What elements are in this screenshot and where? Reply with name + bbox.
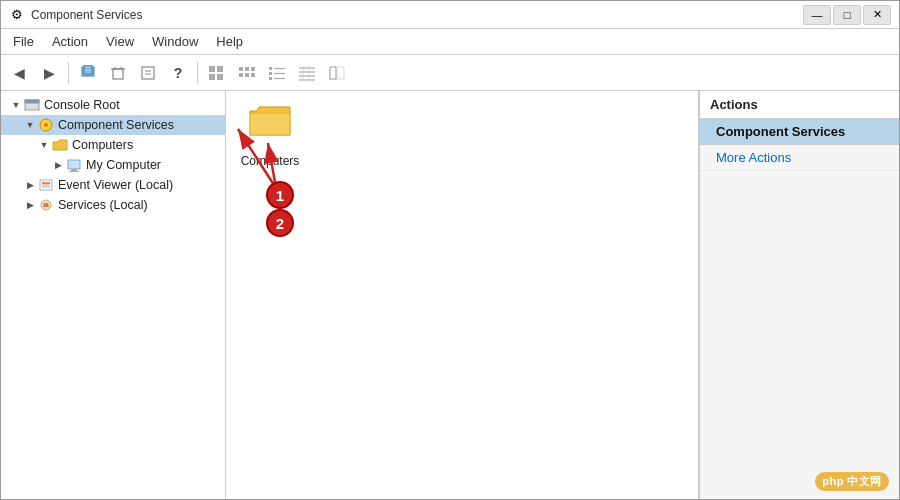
- computers-content-item[interactable]: Computers: [234, 99, 306, 174]
- show-hide-button[interactable]: [323, 60, 351, 86]
- computers-folder-icon: [51, 137, 69, 153]
- svg-rect-18: [251, 73, 255, 77]
- detail-view-button[interactable]: [293, 60, 321, 86]
- svg-rect-2: [113, 69, 123, 79]
- my-computer-icon: [65, 157, 83, 173]
- svg-point-36: [44, 123, 48, 127]
- title-bar-text: Component Services: [31, 8, 803, 22]
- svg-rect-19: [269, 67, 272, 70]
- svg-rect-32: [337, 67, 344, 79]
- list-view-icon: [268, 65, 286, 81]
- menu-help[interactable]: Help: [208, 31, 251, 52]
- component-services-icon: [37, 117, 55, 133]
- actions-pane: Actions Component Services More Actions: [699, 91, 899, 499]
- menu-bar: File Action View Window Help: [1, 29, 899, 55]
- up-button[interactable]: [74, 60, 102, 86]
- sidebar-item-computers[interactable]: ▼ Computers: [1, 135, 225, 155]
- computers-content-label: Computers: [241, 154, 300, 168]
- title-bar: ⚙ Component Services — □ ✕: [1, 1, 899, 29]
- services-local-label: Services (Local): [58, 198, 148, 212]
- svg-rect-39: [69, 171, 79, 172]
- show-hide-icon: [328, 65, 346, 81]
- sidebar-item-component-services[interactable]: ▼ Component Services: [1, 115, 225, 135]
- delete-button[interactable]: [104, 60, 132, 86]
- content-pane: Computers 1 2: [226, 91, 698, 499]
- watermark: php 中文网: [815, 472, 889, 491]
- expand-icon: ▼: [9, 100, 23, 110]
- svg-rect-31: [330, 67, 336, 79]
- svg-rect-38: [71, 169, 77, 171]
- svg-rect-37: [68, 160, 80, 169]
- svg-rect-1: [84, 65, 92, 74]
- actions-more-actions[interactable]: More Actions: [700, 145, 899, 171]
- services-local-icon: [37, 197, 55, 213]
- toolbar-sep-2: [197, 62, 198, 84]
- app-icon: ⚙: [9, 7, 25, 23]
- svg-rect-15: [251, 67, 255, 71]
- actions-header: Actions: [700, 91, 899, 119]
- close-button[interactable]: ✕: [863, 5, 891, 25]
- toolbar: ◀ ▶ ?: [1, 55, 899, 91]
- large-icons-icon: [208, 65, 226, 81]
- menu-action[interactable]: Action: [44, 31, 96, 52]
- svg-rect-12: [217, 74, 223, 80]
- svg-rect-17: [245, 73, 249, 77]
- circle-1-badge: 1: [266, 181, 294, 209]
- console-root-label: Console Root: [44, 98, 120, 112]
- restore-button[interactable]: □: [833, 5, 861, 25]
- minimize-button[interactable]: —: [803, 5, 831, 25]
- my-computer-label: My Computer: [86, 158, 161, 172]
- window-controls: — □ ✕: [803, 5, 891, 25]
- large-icons-button[interactable]: [203, 60, 231, 86]
- svg-rect-9: [209, 66, 215, 72]
- forward-button[interactable]: ▶: [35, 60, 63, 86]
- menu-file[interactable]: File: [5, 31, 42, 52]
- sidebar: ▼ Console Root ▼ Component Services ▼: [1, 91, 226, 499]
- annotation-circle-2: 2: [266, 209, 294, 237]
- properties-icon: [140, 65, 156, 81]
- ev-expand-icon: ▶: [23, 180, 37, 190]
- small-icons-button[interactable]: [233, 60, 261, 86]
- properties-button[interactable]: [134, 60, 162, 86]
- computers-content-icon: [249, 105, 291, 150]
- cs-expand-icon: ▼: [23, 120, 37, 130]
- svg-rect-21: [269, 72, 272, 75]
- main-wrapper: ▼ Console Root ▼ Component Services ▼: [1, 91, 899, 499]
- sidebar-item-my-computer[interactable]: ▶ My Computer: [1, 155, 225, 175]
- small-icons-icon: [238, 65, 256, 81]
- sl-expand-icon: ▶: [23, 200, 37, 210]
- annotation-circle-1: 1: [266, 181, 294, 209]
- detail-view-icon: [298, 65, 316, 81]
- help-toolbar-button[interactable]: ?: [164, 60, 192, 86]
- circle-2-badge: 2: [266, 209, 294, 237]
- delete-icon: [110, 65, 126, 81]
- svg-rect-10: [217, 66, 223, 72]
- svg-rect-14: [245, 67, 249, 71]
- event-viewer-icon: [37, 177, 55, 193]
- svg-rect-16: [239, 73, 243, 77]
- svg-rect-11: [209, 74, 215, 80]
- menu-view[interactable]: View: [98, 31, 142, 52]
- svg-rect-34: [25, 100, 39, 103]
- mycomp-expand-icon: ▶: [51, 160, 65, 170]
- actions-selected-item[interactable]: Component Services: [700, 119, 899, 145]
- toolbar-sep-1: [68, 62, 69, 84]
- back-button[interactable]: ◀: [5, 60, 33, 86]
- sidebar-item-services-local[interactable]: ▶ Services (Local): [1, 195, 225, 215]
- console-root-icon: [23, 97, 41, 113]
- up-icon: [80, 65, 96, 81]
- svg-rect-13: [239, 67, 243, 71]
- svg-rect-6: [142, 67, 154, 79]
- sidebar-item-event-viewer[interactable]: ▶ Event Viewer (Local): [1, 175, 225, 195]
- list-view-button[interactable]: [263, 60, 291, 86]
- svg-rect-23: [269, 77, 272, 80]
- component-services-label: Component Services: [58, 118, 174, 132]
- event-viewer-label: Event Viewer (Local): [58, 178, 173, 192]
- menu-window[interactable]: Window: [144, 31, 206, 52]
- sidebar-item-console-root[interactable]: ▼ Console Root: [1, 95, 225, 115]
- computers-expand-icon: ▼: [37, 140, 51, 150]
- computers-label: Computers: [72, 138, 133, 152]
